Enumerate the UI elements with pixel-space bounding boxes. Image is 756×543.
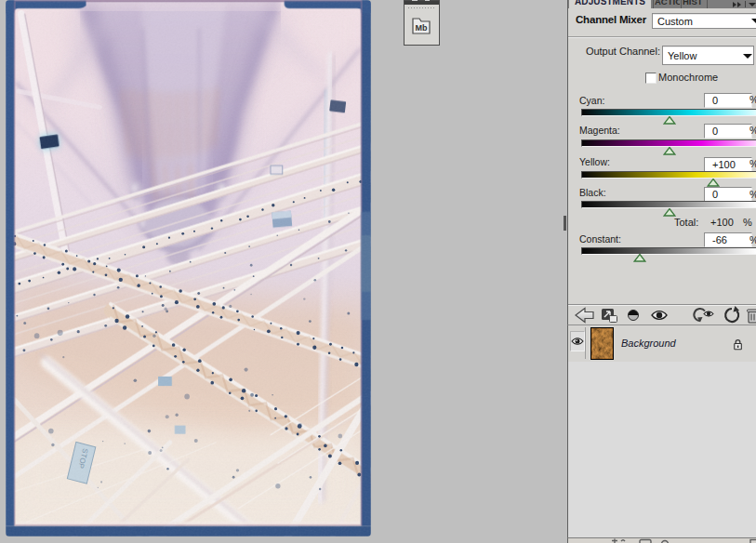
svg-text:Mb: Mb <box>416 23 428 33</box>
